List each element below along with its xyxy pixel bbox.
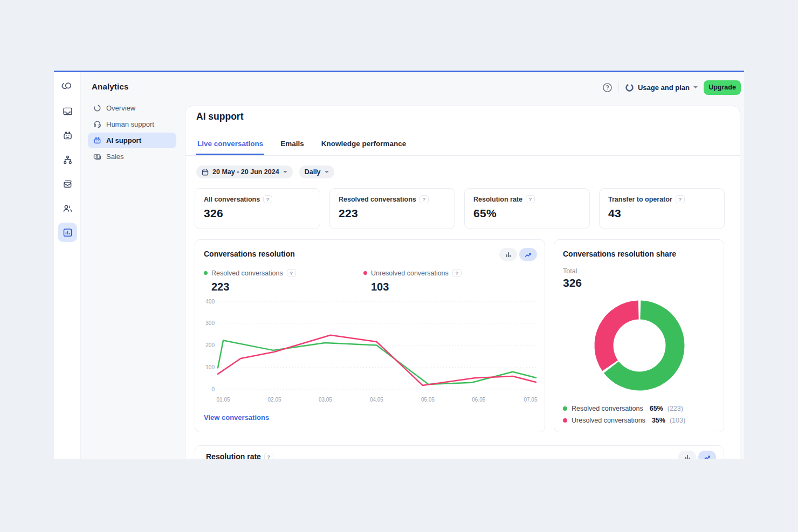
stat-cards: All conversations? 326 Resolved conversa… [195, 188, 725, 229]
usage-ring-icon [625, 83, 634, 92]
resolution-share-card: Conversations resolution share Total 326… [554, 239, 724, 432]
topbar-divider [618, 81, 619, 93]
analytics-icon[interactable] [58, 223, 77, 242]
legend-unresolved: Unresolved conversations ? 103 [363, 269, 462, 293]
stat-value: 65% [473, 207, 581, 220]
sidebar-item-label: AI support [106, 136, 141, 144]
svg-text:01.05: 01.05 [217, 397, 230, 403]
date-range-value: 20 May - 20 Jun 2024 [212, 168, 279, 176]
bar-chart-toggle-icon[interactable] [499, 248, 517, 261]
donut-legend-unresolved: Uresolved conversations 35% (103) [563, 417, 685, 424]
stat-card-resolution-rate: Resolution rate? 65% [464, 188, 590, 229]
legend-label: Resolved conversations [572, 405, 643, 412]
stat-label: All conversations [204, 196, 260, 203]
bot-icon[interactable] [58, 126, 77, 145]
calendar-icon [202, 169, 209, 176]
unresolved-dot-icon [563, 418, 567, 423]
legend-percent: 65% [650, 405, 663, 412]
svg-text:300: 300 [205, 320, 215, 326]
tab-live-conversations[interactable]: Live conversations [196, 136, 264, 155]
donut-legend: Resolved conversations 65% (223) Uresolv… [563, 405, 685, 424]
topbar: Analytics Usage and plan Upgrade [81, 72, 744, 102]
app-window: Analytics Usage and plan Upgrade Overvie… [54, 71, 744, 459]
filter-bar: 20 May - 20 Jun 2024 Daily [196, 165, 334, 178]
sidebar-item-sales[interactable]: Sales [88, 149, 176, 164]
upgrade-button[interactable]: Upgrade [704, 80, 741, 95]
stat-label: Resolved conversations [339, 196, 416, 203]
help-badge-icon[interactable]: ? [264, 453, 273, 460]
svg-text:06.05: 06.05 [472, 397, 485, 403]
sidebar-item-label: Human support [106, 120, 154, 128]
tab-knowledge-performance[interactable]: Knowledge performance [320, 136, 408, 155]
help-badge-icon[interactable]: ? [452, 269, 462, 277]
line-chart: 010020030040001.0502.0503.0504.0505.0506… [202, 295, 539, 409]
total-label: Total [563, 267, 577, 275]
stat-label: Resolution rate [473, 196, 522, 203]
help-badge-icon[interactable]: ? [287, 269, 296, 277]
legend-count: (223) [668, 405, 683, 412]
legend-value: 103 [371, 281, 462, 293]
usage-and-plan-label: Usage and plan [638, 84, 690, 92]
icon-rail [54, 72, 81, 459]
emails-icon[interactable] [58, 174, 77, 194]
svg-text:02.05: 02.05 [268, 397, 281, 403]
svg-text:400: 400 [205, 299, 215, 305]
resolution-rate-card: Resolution rate ? [195, 445, 724, 459]
granularity-picker[interactable]: Daily [299, 165, 334, 178]
sidebar-item-ai-support[interactable]: AI support [88, 133, 176, 148]
svg-text:07.05: 07.05 [524, 397, 537, 403]
legend-percent: 35% [652, 417, 665, 424]
resolved-dot-icon [563, 406, 567, 411]
usage-and-plan-menu[interactable]: Usage and plan [625, 83, 698, 92]
help-badge-icon[interactable]: ? [419, 195, 429, 203]
conversations-resolution-card: Conversations resolution Resolved conver… [195, 239, 545, 432]
card-title: Conversations resolution share [563, 250, 676, 258]
legend-count: (103) [670, 417, 685, 424]
sidebar-item-label: Overview [106, 104, 135, 112]
chart-type-toggles [499, 248, 537, 261]
date-range-picker[interactable]: 20 May - 20 Jun 2024 [196, 165, 293, 178]
chevron-down-icon [325, 171, 329, 173]
legend-value: 223 [211, 281, 296, 293]
sidebar-item-overview[interactable]: Overview [88, 100, 176, 116]
line-chart-toggle-icon[interactable] [519, 248, 537, 261]
tab-emails[interactable]: Emails [279, 136, 305, 155]
stat-value: 43 [608, 207, 716, 220]
line-chart-toggle-icon[interactable] [698, 451, 716, 459]
svg-text:100: 100 [205, 364, 215, 370]
headset-icon [93, 120, 101, 128]
bar-chart-toggle-icon[interactable] [678, 451, 696, 459]
legend-label: Uresolved conversations [572, 417, 645, 424]
logo-icon[interactable] [58, 77, 77, 96]
legend-label: Resolved conversations [211, 270, 283, 277]
chevron-down-icon [283, 171, 287, 173]
view-conversations-link[interactable]: View conversations [204, 413, 269, 422]
svg-text:05.05: 05.05 [421, 397, 435, 403]
inbox-icon[interactable] [58, 101, 77, 121]
main-panel: AI support Live conversations Emails Kno… [185, 106, 740, 459]
stat-value: 223 [339, 207, 446, 220]
contacts-icon[interactable] [58, 198, 77, 218]
donut-chart [592, 298, 687, 393]
help-badge-icon[interactable]: ? [676, 195, 685, 203]
donut-legend-resolved: Resolved conversations 65% (223) [563, 405, 685, 412]
analytics-subnav: Overview Human support AI support Sales [88, 100, 176, 165]
sidebar-item-human-support[interactable]: Human support [88, 116, 176, 132]
stat-label: Transfer to operator [608, 196, 672, 203]
overview-icon [93, 104, 101, 112]
banknote-icon [93, 153, 101, 161]
svg-text:03.05: 03.05 [319, 397, 332, 403]
svg-text:0: 0 [211, 386, 215, 392]
unresolved-dot-icon [363, 271, 367, 275]
page-title: Analytics [92, 82, 129, 91]
tab-bar: Live conversations Emails Knowledge perf… [185, 136, 740, 156]
help-badge-icon[interactable]: ? [526, 195, 535, 203]
stat-card-all-conversations: All conversations? 326 [195, 188, 320, 229]
help-icon[interactable] [602, 82, 613, 93]
help-badge-icon[interactable]: ? [263, 195, 272, 203]
stat-card-transfer-to-operator: Transfer to operator? 43 [599, 188, 725, 229]
sidebar-item-label: Sales [106, 153, 124, 161]
resolved-dot-icon [204, 271, 208, 275]
stat-card-resolved-conversations: Resolved conversations? 223 [329, 188, 455, 229]
flows-icon[interactable] [58, 150, 77, 169]
